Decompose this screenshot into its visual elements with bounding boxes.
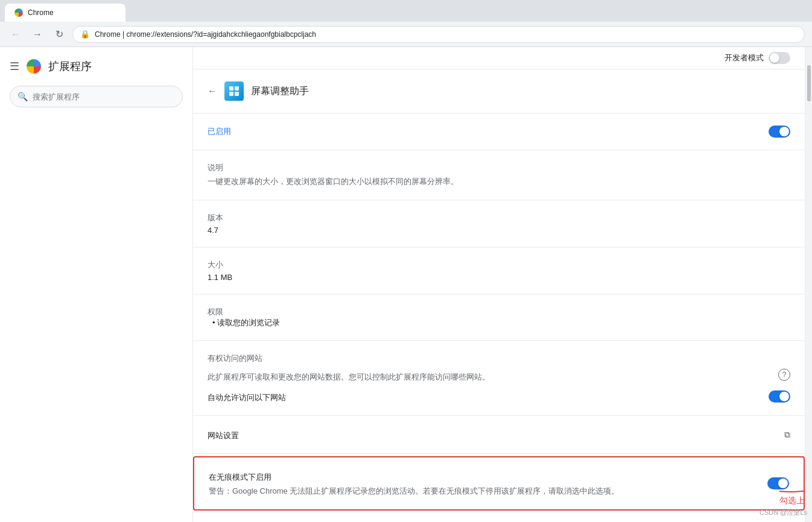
extension-icon [224,81,244,101]
enabled-row: 已启用 [208,126,790,138]
browser-tab[interactable]: Chrome [5,4,125,22]
permissions-section: 权限 读取您的浏览记录 [193,294,805,341]
permissions-title: 权限 [208,307,790,317]
enabled-section: 已启用 [193,113,805,150]
desc-title: 说明 [208,162,790,173]
search-bar-wrap: 🔍 [0,78,192,115]
svg-rect-3 [235,92,239,96]
scrollbar-thumb [807,65,811,101]
description-section: 说明 一键更改屏幕的大小，更改浏览器窗口的大小以模拟不同的屏幕分辨率。 [193,150,805,200]
browser-content: ☰ 扩展程序 🔍 开发者模式 [0,47,812,522]
sidebar: ☰ 扩展程序 🔍 [0,47,193,522]
watermark: CSDN @涅槃Ls [760,508,807,517]
ext-header: ← 屏幕调整助手 [193,69,805,113]
version-title: 版本 [208,212,790,223]
browser-frame: Chrome ← → ↻ 🔒 Chrome | chrome://extensi… [0,0,812,522]
hamburger-icon[interactable]: ☰ [10,60,19,73]
chrome-logo [27,59,41,74]
site-access-header-row: 有权访问的网站 [208,353,790,364]
search-input[interactable] [33,92,175,101]
extension-panel: ← 屏幕调整助手 已启用 [193,69,805,522]
lock-icon: 🔒 [80,30,90,39]
version-value: 4.7 [208,226,790,235]
svg-rect-1 [235,86,239,91]
incognito-toggle[interactable] [767,477,789,489]
refresh-button[interactable]: ↻ [51,26,68,43]
incognito-warning: 警告：Google Chrome 无法阻止扩展程序记录您的浏览活动。若要在无痕模… [209,485,758,497]
permissions-item: 读取您的浏览记录 [208,317,790,328]
site-settings-label: 网站设置 [208,430,239,441]
tab-favicon [14,8,23,17]
address-bar: ← → ↻ 🔒 Chrome | chrome://extensions/?id… [0,22,812,47]
back-to-extensions-button[interactable]: ← [208,86,217,97]
url-full: chrome://extensions/?id=ajgidahckchliega… [126,30,316,39]
top-bar: 开发者模式 [193,47,805,69]
enabled-label: 已启用 [208,126,231,137]
size-title: 大小 [208,259,790,270]
tab-title: Chrome [28,8,54,17]
tab-bar: Chrome [0,0,812,22]
devmode-wrap: 开发者模式 [725,52,795,64]
svg-rect-0 [229,86,233,91]
search-bar: 🔍 [10,86,183,107]
site-settings-row: 网站设置 ⧉ [208,428,790,441]
forward-button[interactable]: → [29,26,46,43]
right-panel: 开发者模式 ← 屏幕调 [193,47,805,522]
site-settings-external-link-icon[interactable]: ⧉ [784,430,790,440]
url-bar[interactable]: 🔒 Chrome | chrome://extensions/?id=ajgid… [72,26,805,43]
file-url-section: 允许访问文件网址 [193,513,805,523]
incognito-toggle-wrapper: 勾选上，即可 [767,477,789,489]
url-text: Chrome | chrome://extensions/?id=ajgidah… [95,30,316,39]
incognito-row: 在无痕模式下启用 警告：Google Chrome 无法阻止扩展程序记录您的浏览… [209,469,789,497]
enabled-toggle[interactable] [769,126,790,138]
sidebar-header: ☰ 扩展程序 [0,54,192,78]
size-value: 1.1 MB [208,273,790,282]
devmode-label: 开发者模式 [725,53,764,63]
size-section: 大小 1.1 MB [193,247,805,294]
site-settings-section: 网站设置 ⧉ [193,416,805,454]
auto-allow-row: 自动允许访问以下网站 [208,390,790,403]
version-section: 版本 4.7 [193,200,805,247]
incognito-title: 在无痕模式下启用 [209,472,758,483]
back-button[interactable]: ← [7,26,24,43]
site-access-title: 有权访问的网站 [208,353,262,364]
scrollbar[interactable] [805,47,812,522]
extension-name: 屏幕调整助手 [251,85,309,98]
incognito-text-area: 在无痕模式下启用 警告：Google Chrome 无法阻止扩展程序记录您的浏览… [209,469,767,497]
search-icon: 🔍 [17,92,28,101]
url-scheme: Chrome [95,30,121,39]
svg-rect-2 [229,92,233,96]
site-access-section: 有权访问的网站 此扩展程序可读取和更改您的网站数据。您可以控制此扩展程序能访问哪… [193,341,805,416]
auto-allow-toggle[interactable] [769,390,790,403]
site-access-desc: 此扩展程序可读取和更改您的网站数据。您可以控制此扩展程序能访问哪些网站。 [208,371,778,383]
desc-text: 一键更改屏幕的大小，更改浏览器窗口的大小以模拟不同的屏幕分辨率。 [208,176,790,188]
incognito-wrapper: 在无痕模式下启用 警告：Google Chrome 无法阻止扩展程序记录您的浏览… [193,454,805,513]
auto-allow-label: 自动允许访问以下网站 [208,392,286,403]
incognito-highlight-box: 在无痕模式下启用 警告：Google Chrome 无法阻止扩展程序记录您的浏览… [193,456,805,511]
sidebar-title: 扩展程序 [48,59,92,74]
devmode-toggle[interactable] [769,52,790,64]
help-icon[interactable]: ? [778,369,790,381]
site-access-desc-row: 此扩展程序可读取和更改您的网站数据。您可以控制此扩展程序能访问哪些网站。 ? [208,369,790,383]
incognito-section: 在无痕模式下启用 警告：Google Chrome 无法阻止扩展程序记录您的浏览… [194,457,804,509]
